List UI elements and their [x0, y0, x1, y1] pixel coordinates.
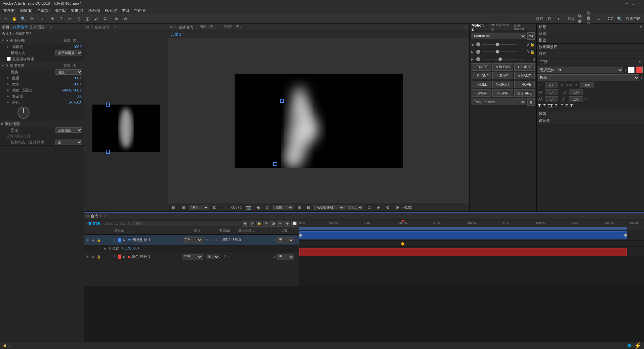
transform-handle-tl[interactable]	[106, 103, 110, 107]
slider1-track[interactable]	[482, 44, 517, 45]
menu-comp[interactable]: 合成(C)	[35, 7, 52, 14]
slider3-expand[interactable]: ▶	[471, 57, 475, 61]
tl-mblur-btn[interactable]: ⊛	[284, 221, 290, 227]
panel-shape-tab[interactable]: 形状图层 1	[30, 25, 48, 30]
turbulent-header[interactable]: ▼ fx 湍流置换 重置 关于...	[0, 62, 84, 69]
font-arrow-btn[interactable]: ⟫	[625, 68, 627, 72]
leading-input[interactable]	[580, 82, 594, 88]
zoom-dropdown[interactable]: 50% 100% 25%	[189, 205, 209, 210]
ae-icon-btn[interactable]: ⚡	[634, 342, 641, 349]
motion-version-dropdown[interactable]: Motion v2 Motion v1	[471, 33, 526, 39]
complexity-value[interactable]: 1.0	[77, 94, 82, 98]
workspace-small[interactable]: 小屏幕	[587, 15, 594, 23]
vc-fit[interactable]: ⊡	[211, 204, 218, 211]
superscript-btn[interactable]: T	[561, 103, 563, 108]
amount-value[interactable]: 200.0	[73, 76, 82, 80]
reset-btn[interactable]: 重置	[64, 38, 70, 43]
tl-graph-btn[interactable]: 📈	[291, 221, 297, 227]
warp-btn[interactable]: ~ WARP	[471, 89, 491, 97]
status-globe[interactable]: 🌐	[627, 344, 631, 347]
tool-shape-star[interactable]: ★	[49, 15, 56, 23]
evolution-options-header[interactable]: ▶ 演化选项	[0, 120, 84, 127]
menu-window[interactable]: 窗口	[120, 7, 131, 14]
gaussian-blur-header[interactable]: ▼ fx 高斯模糊 重置 关于...	[0, 37, 84, 44]
slider3-track[interactable]	[482, 59, 523, 60]
tl-motion-btn[interactable]: ◎	[249, 221, 255, 227]
orbit-btn[interactable]: ↻ ORBIT	[492, 81, 513, 88]
vc-3d[interactable]: ⊡	[365, 204, 373, 211]
name-btn[interactable]: ✎ NAME	[514, 72, 535, 79]
vc-grid[interactable]: ⊞	[179, 204, 187, 211]
tool-eraser[interactable]: ◫	[84, 15, 91, 23]
vc-preview2[interactable]: ⊟	[305, 204, 312, 211]
tool-camera-rot[interactable]: ⟳	[28, 15, 36, 23]
tab-layer[interactable]: 图层（无）	[197, 24, 219, 31]
tab-flowchart[interactable]: 流程图（无）	[220, 24, 245, 31]
menu-layer[interactable]: 图层(L)	[52, 7, 68, 14]
maximize-button[interactable]: □	[631, 1, 635, 6]
task-clear-btn[interactable]: 🗑	[527, 98, 535, 106]
strikethrough-btn[interactable]: T	[570, 103, 573, 108]
vc-camera[interactable]: 📷	[245, 204, 252, 211]
blur-amount-value[interactable]: 100.0	[73, 45, 82, 49]
layer1-eye[interactable]: 👁	[85, 238, 90, 242]
close-button[interactable]: ✕	[637, 1, 641, 6]
menu-animation[interactable]: 动画(A)	[86, 7, 103, 14]
tl-solo-btn[interactable]: ◉	[242, 221, 248, 227]
tl-frame-blend-btn[interactable]: ≋	[277, 221, 283, 227]
menu-view[interactable]: 视图(V)	[103, 7, 119, 14]
timeline-search[interactable]	[134, 221, 241, 226]
transform-handle-bottom[interactable]	[273, 162, 277, 166]
lock-icon-2[interactable]: 🔒	[530, 50, 535, 54]
disp-type-dropdown[interactable]: 湍流 平滑湍流	[55, 69, 82, 75]
size-value[interactable]: 100.0	[73, 82, 82, 86]
caps-btn[interactable]: Tt	[555, 103, 559, 108]
layer2-bar[interactable]	[299, 248, 627, 256]
tool-extra2[interactable]: ⊗	[122, 15, 129, 23]
weight-arrow-btn[interactable]: ⟫	[641, 76, 643, 80]
duik-tab[interactable]: Duik Bassel.1	[514, 24, 534, 31]
tl-shy-btn[interactable]: ◑	[270, 221, 276, 227]
tool-text[interactable]: T	[57, 15, 65, 23]
layer2-parent[interactable]: 无	[277, 254, 294, 260]
underline-btn[interactable]: TT	[548, 103, 553, 108]
stroke-color-swatch[interactable]	[636, 67, 643, 73]
quality-dropdown[interactable]: 完整 半 三分之一	[273, 205, 293, 210]
stare-btn[interactable]: ◎ STARE	[514, 89, 535, 97]
layer-row-1[interactable]: 👁 ◉ 🔒 1 ▶ ★ 形状图层 1	[84, 235, 299, 245]
transform-handle-bl[interactable]	[106, 150, 110, 154]
tool-shape-rect[interactable]: □	[40, 15, 47, 23]
turbulent-about[interactable]: 关于...	[73, 63, 82, 68]
tracking-input[interactable]	[545, 89, 558, 95]
clone-btn[interactable]: ⊞ CLONE	[471, 72, 491, 79]
layer1-lock[interactable]: 🔒	[96, 238, 101, 242]
layer1-bar[interactable]	[299, 231, 627, 239]
status-lock[interactable]: 🔒	[3, 344, 7, 347]
baseline-input[interactable]	[545, 96, 558, 102]
transform-handle-top[interactable]	[280, 99, 284, 103]
layer1-expand[interactable]: ▶	[122, 238, 126, 242]
rope-btn[interactable]: ⌒ ROPE	[514, 81, 535, 88]
layer2-lock[interactable]: 🔒	[96, 255, 101, 259]
panel-effects-tab[interactable]: 效果控件	[13, 25, 28, 30]
slider1-expand[interactable]: ◀	[471, 43, 475, 46]
null-btn[interactable]: ○ NULL	[471, 81, 491, 88]
blur-dir-dropdown[interactable]: 水平和垂直 水平 垂直	[55, 50, 82, 55]
tool-clone[interactable]: ⎘	[75, 15, 82, 23]
vc-region[interactable]: ⬚	[220, 204, 228, 211]
layer2-mode[interactable]: 正常	[183, 254, 203, 260]
offset-value[interactable]: 640.0, 360.0	[62, 88, 82, 92]
search-icon[interactable]: 🔍	[616, 15, 623, 23]
layer2-expand[interactable]: ▶	[122, 255, 126, 259]
layer2-trkmat[interactable]: 无	[206, 255, 219, 259]
layer2-eye[interactable]: 👁	[85, 255, 90, 259]
cv-menu[interactable]: ≡	[465, 25, 467, 29]
text-color-swatch[interactable]	[628, 67, 635, 73]
camera-dropdown[interactable]: 活动摄像机	[314, 205, 345, 210]
vertical-scale-input[interactable]	[569, 89, 582, 95]
vc-render-opt[interactable]: ◉	[254, 204, 262, 211]
menu-effect[interactable]: 效果(T)	[69, 7, 85, 14]
vc-overlay[interactable]: ⊛	[384, 204, 392, 211]
minimize-button[interactable]: ─	[625, 1, 629, 6]
vc-motion-blur[interactable]: ◎	[264, 204, 271, 211]
